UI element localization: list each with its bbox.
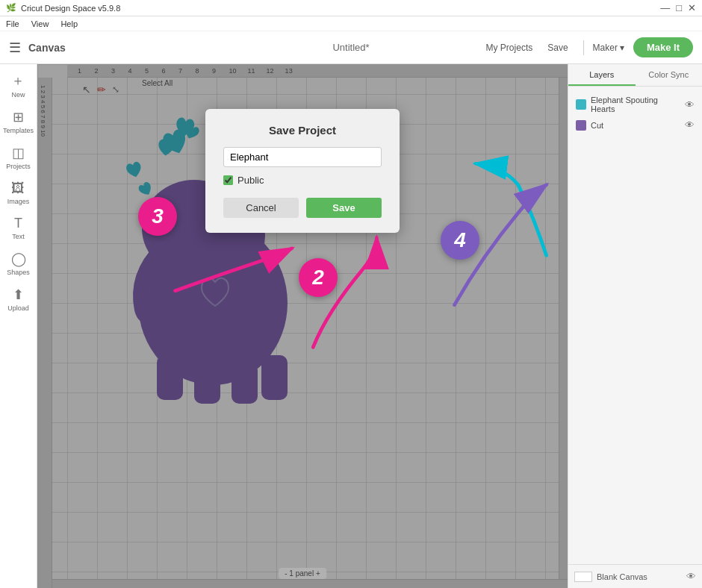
maker-chevron-icon: ▾ <box>620 43 624 53</box>
header-right: My Projects Save Maker ▾ Make It <box>486 37 693 57</box>
sidebar-item-projects[interactable]: ◫ Projects <box>6 145 31 170</box>
app-header: ☰ Canvas Untitled* My Projects Save Make… <box>0 31 702 64</box>
save-button[interactable]: Save <box>306 198 382 218</box>
app-title: Cricut Design Space v5.9.8 <box>21 4 660 13</box>
app-name-label: Canvas <box>28 42 66 54</box>
left-sidebar: ＋ New ⊞ Templates ◫ Projects 🖼 Images T … <box>0 64 37 588</box>
blank-canvas-label: Blank Canvas <box>597 572 647 581</box>
layer-name-hearts: Elephant Spouting Hearts <box>591 96 680 113</box>
tab-layers[interactable]: Layers <box>568 64 636 86</box>
sidebar-templates-label: Templates <box>3 127 34 134</box>
cancel-button[interactable]: Cancel <box>223 198 299 218</box>
images-icon: 🖼 <box>11 181 25 196</box>
save-project-dialog: Save Project Public Cancel Save <box>205 109 400 233</box>
eye-icon-cut[interactable]: 👁 <box>685 119 695 131</box>
layer-color-cut <box>576 120 586 131</box>
upload-icon: ⬆ <box>13 287 24 303</box>
sidebar-item-templates[interactable]: ⊞ Templates <box>3 109 34 134</box>
title-bar: 🌿 Cricut Design Space v5.9.8 — □ ✕ <box>0 0 702 16</box>
layer-name-cut: Cut <box>591 121 603 130</box>
layer-item-hearts[interactable]: Elephant Spouting Hearts 👁 <box>574 93 696 116</box>
sidebar-item-new[interactable]: ＋ New <box>11 72 25 98</box>
layer-item-cut[interactable]: Cut 👁 <box>574 116 696 134</box>
make-it-button[interactable]: Make It <box>633 37 693 57</box>
close-button[interactable]: ✕ <box>688 2 696 13</box>
eye-icon-canvas[interactable]: 👁 <box>686 571 696 582</box>
sidebar-upload-label: Upload <box>7 304 29 312</box>
projects-icon: ◫ <box>12 145 25 161</box>
panel-tabs: Layers Color Sync <box>568 64 702 87</box>
app-logo: 🌿 <box>6 3 16 13</box>
sidebar-text-label: Text <box>12 233 25 240</box>
save-header-button[interactable]: Save <box>541 43 574 53</box>
sidebar-shapes-label: Shapes <box>7 269 30 276</box>
sidebar-images-label: Images <box>7 198 30 205</box>
hamburger-icon[interactable]: ☰ <box>9 40 21 56</box>
eye-icon-hearts[interactable]: 👁 <box>685 99 695 110</box>
sidebar-item-shapes[interactable]: ◯ Shapes <box>7 251 30 276</box>
layers-content: Elephant Spouting Hearts 👁 Cut 👁 <box>568 87 702 564</box>
main-layout: ＋ New ⊞ Templates ◫ Projects 🖼 Images T … <box>0 64 702 588</box>
blank-canvas-swatch[interactable] <box>574 572 592 582</box>
project-name-input[interactable] <box>223 147 382 167</box>
layer-color-hearts <box>576 99 586 110</box>
templates-icon: ⊞ <box>13 109 24 125</box>
modal-overlay: Save Project Public Cancel Save <box>37 64 568 588</box>
tab-color-sync[interactable]: Color Sync <box>636 64 703 86</box>
text-icon: T <box>14 216 22 231</box>
menu-view[interactable]: View <box>31 19 49 28</box>
new-icon: ＋ <box>11 72 25 90</box>
public-checkbox[interactable] <box>223 175 233 185</box>
sidebar-projects-label: Projects <box>6 163 31 170</box>
project-title: Untitled* <box>332 42 369 53</box>
panel-bottom: Blank Canvas 👁 <box>568 564 702 588</box>
my-projects-button[interactable]: My Projects <box>486 43 533 53</box>
maker-button[interactable]: Maker ▾ <box>593 43 624 53</box>
menu-file[interactable]: File <box>6 19 19 28</box>
minimize-button[interactable]: — <box>660 2 670 13</box>
sidebar-item-upload[interactable]: ⬆ Upload <box>7 287 29 312</box>
sidebar-new-label: New <box>11 91 25 98</box>
sidebar-item-images[interactable]: 🖼 Images <box>7 181 30 205</box>
shapes-icon: ◯ <box>11 251 26 267</box>
header-left: ☰ Canvas <box>9 40 66 56</box>
dialog-buttons: Cancel Save <box>223 198 382 218</box>
canvas-area[interactable]: 1 2 3 4 5 6 7 8 9 10 11 12 13 1 2 3 4 5 … <box>37 64 568 588</box>
maker-label: Maker <box>593 43 618 53</box>
menu-help[interactable]: Help <box>60 19 78 28</box>
header-divider <box>583 40 584 55</box>
window-controls: — □ ✕ <box>660 2 696 13</box>
dialog-title: Save Project <box>223 124 382 137</box>
public-label: Public <box>237 175 264 186</box>
menu-bar: File View Help <box>0 16 702 31</box>
maximize-button[interactable]: □ <box>676 2 682 13</box>
public-checkbox-row: Public <box>223 175 382 186</box>
sidebar-item-text[interactable]: T Text <box>12 216 25 240</box>
right-panel: Layers Color Sync Elephant Spouting Hear… <box>568 64 702 588</box>
